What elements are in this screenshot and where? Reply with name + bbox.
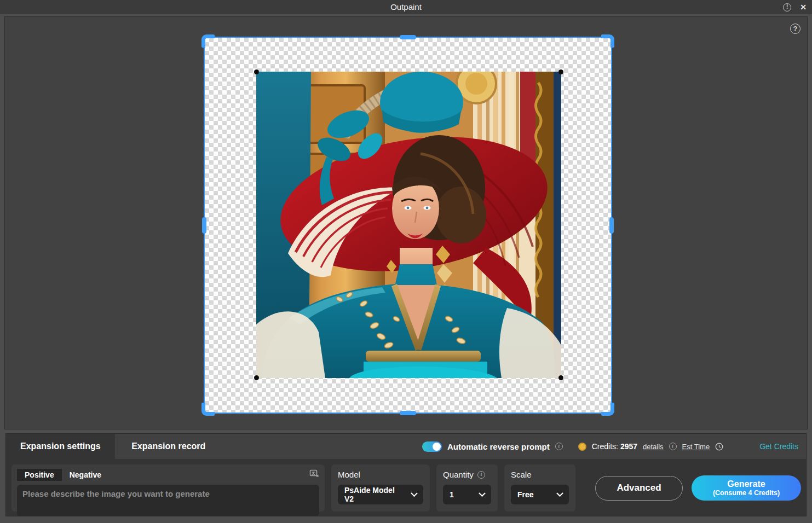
- selection-handle-top-right[interactable]: [601, 34, 614, 48]
- selection-handle-left[interactable]: [202, 217, 206, 234]
- advanced-button[interactable]: Advanced: [595, 476, 683, 501]
- details-link[interactable]: details: [643, 443, 664, 451]
- auto-reverse-prompt-toggle[interactable]: [422, 441, 442, 452]
- tab-expansion-record[interactable]: Expansion record: [117, 434, 220, 459]
- auto-reverse-prompt-label: Automatic reverse prompt: [447, 442, 550, 451]
- quantity-select[interactable]: 1: [443, 485, 491, 504]
- model-label: Model: [338, 470, 423, 479]
- generate-label: Generate: [727, 479, 765, 489]
- panel-tab-bar: Expansion settings Expansion record Auto…: [6, 434, 806, 459]
- info-icon[interactable]: !: [783, 3, 791, 11]
- chevron-down-icon: [411, 490, 418, 497]
- help-icon[interactable]: ?: [790, 24, 801, 34]
- image-corner-handle-bottom-right[interactable]: [558, 375, 563, 380]
- quantity-info-icon[interactable]: !: [477, 471, 485, 479]
- selection-handle-bottom-left[interactable]: [201, 403, 215, 416]
- close-icon[interactable]: ✕: [800, 3, 807, 11]
- positive-prompt-input[interactable]: [17, 485, 319, 516]
- canvas-panel: ?: [4, 16, 808, 429]
- tab-positive-prompt[interactable]: Positive: [17, 469, 62, 481]
- scale-card: Scale Free: [504, 464, 575, 512]
- scale-select[interactable]: Free: [511, 485, 569, 504]
- image-corner-handle-bottom-left[interactable]: [254, 375, 259, 380]
- title-bar: Outpaint ! ✕: [0, 0, 812, 14]
- selection-handle-top[interactable]: [400, 35, 416, 39]
- tab-negative-prompt[interactable]: Negative: [62, 469, 109, 481]
- model-value: PsAide Model V2: [344, 486, 404, 503]
- image-corner-handle-top-right[interactable]: [558, 69, 563, 74]
- window-title: Outpaint: [0, 0, 812, 14]
- quantity-value: 1: [450, 490, 454, 499]
- clock-icon: [715, 443, 723, 451]
- model-card: Model PsAide Model V2: [331, 464, 430, 512]
- selection-handle-bottom-right[interactable]: [601, 403, 614, 416]
- generate-button[interactable]: Generate (Consume 4 Credits): [692, 475, 801, 501]
- chevron-down-icon: [556, 490, 563, 497]
- expansion-panel: Expansion settings Expansion record Auto…: [5, 433, 807, 516]
- expansion-selection-region[interactable]: [204, 37, 612, 414]
- translate-icon[interactable]: [309, 469, 319, 479]
- prompt-card: Positive Negative: [11, 464, 325, 512]
- get-credits-link[interactable]: Get Credits: [759, 442, 798, 451]
- selection-handle-right[interactable]: [609, 217, 614, 234]
- tab-expansion-settings[interactable]: Expansion settings: [6, 434, 115, 459]
- est-time-link[interactable]: Est Time: [682, 443, 710, 451]
- details-info-icon[interactable]: !: [669, 443, 677, 450]
- selection-handle-bottom[interactable]: [400, 411, 416, 415]
- image-corner-handle-top-left[interactable]: [254, 69, 259, 74]
- generate-cost-label: (Consume 4 Credits): [713, 489, 780, 497]
- credits-label: Credits:: [592, 442, 618, 451]
- outpaint-source-image[interactable]: [256, 72, 561, 378]
- credits-value: 2957: [620, 442, 637, 451]
- selection-handle-top-left[interactable]: [201, 34, 215, 48]
- outpaint-dialog: Outpaint ! ✕ ?: [0, 0, 812, 523]
- quantity-label: Quantity: [443, 470, 474, 479]
- coin-icon: [578, 443, 586, 451]
- credits-text: Credits: 2957: [592, 442, 637, 451]
- quantity-card: Quantity ! 1: [436, 464, 498, 512]
- model-select[interactable]: PsAide Model V2: [338, 485, 423, 504]
- chevron-down-icon: [479, 490, 486, 497]
- auto-reverse-info-icon[interactable]: !: [555, 443, 563, 450]
- portrait-artwork: [256, 72, 561, 378]
- scale-value: Free: [517, 490, 534, 499]
- scale-label: Scale: [511, 470, 569, 479]
